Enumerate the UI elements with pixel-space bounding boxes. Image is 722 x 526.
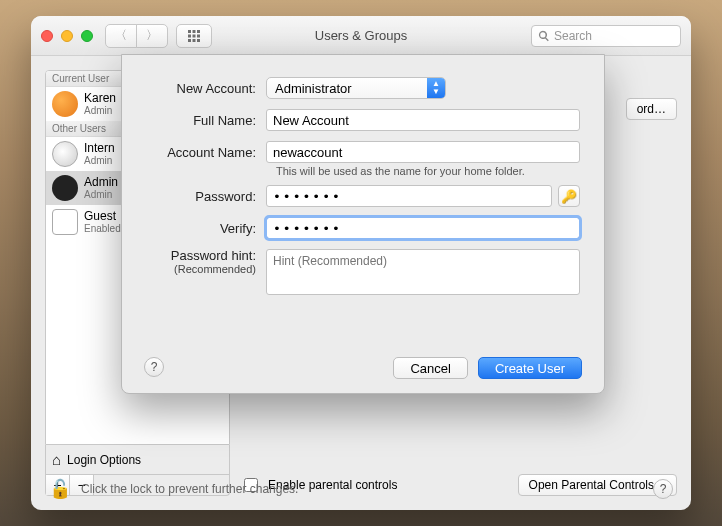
close-icon[interactable] [41, 30, 53, 42]
lock-text: Click the lock to prevent further change… [81, 482, 298, 496]
cancel-button[interactable]: Cancel [393, 357, 467, 379]
house-icon: ⌂ [52, 451, 61, 468]
user-role: Admin [84, 189, 118, 200]
svg-rect-5 [197, 34, 200, 37]
account-type-value: Administrator [267, 81, 427, 96]
help-button[interactable]: ? [653, 479, 673, 499]
login-options[interactable]: ⌂ Login Options [45, 445, 230, 475]
nav-buttons: 〈 〉 [105, 24, 168, 48]
password-hint-input[interactable] [266, 249, 580, 295]
label-account-name: Account Name: [146, 145, 266, 160]
avatar-icon [52, 91, 78, 117]
help-button[interactable]: ? [144, 357, 164, 377]
key-icon: 🔑 [561, 189, 577, 204]
svg-rect-1 [193, 30, 196, 33]
forward-button[interactable]: 〉 [136, 24, 168, 48]
back-button[interactable]: 〈 [105, 24, 137, 48]
user-name: Karen [84, 92, 116, 105]
preferences-window: 〈 〉 Users & Groups Search Current User K… [31, 16, 691, 510]
user-role: Admin [84, 105, 116, 116]
window-body: Current User Karen Admin Other Users Int… [31, 56, 691, 510]
change-password-button[interactable]: ord… [626, 98, 677, 120]
svg-rect-6 [188, 39, 191, 42]
password-input[interactable] [266, 185, 552, 207]
user-name: Intern [84, 142, 115, 155]
account-type-select[interactable]: Administrator ▲▼ [266, 77, 446, 99]
password-assistant-button[interactable]: 🔑 [558, 185, 580, 207]
user-name: Admin [84, 176, 118, 189]
traffic-lights [41, 30, 93, 42]
svg-rect-2 [197, 30, 200, 33]
search-field[interactable]: Search [531, 25, 681, 47]
grid-icon [187, 29, 201, 43]
lock-icon[interactable]: 🔓 [49, 478, 71, 500]
zoom-icon[interactable] [81, 30, 93, 42]
search-placeholder: Search [554, 29, 592, 43]
label-password-hint: Password hint: (Recommended) [146, 249, 266, 275]
search-icon [538, 30, 550, 42]
minimize-icon[interactable] [61, 30, 73, 42]
login-options-label: Login Options [67, 453, 141, 467]
label-new-account: New Account: [146, 81, 266, 96]
sheet-buttons: Cancel Create User [393, 357, 582, 379]
svg-rect-0 [188, 30, 191, 33]
label-password: Password: [146, 189, 266, 204]
titlebar: 〈 〉 Users & Groups Search [31, 16, 691, 56]
avatar-icon [52, 209, 78, 235]
svg-rect-4 [193, 34, 196, 37]
svg-rect-3 [188, 34, 191, 37]
account-name-hint: This will be used as the name for your h… [276, 165, 580, 177]
create-user-button[interactable]: Create User [478, 357, 582, 379]
lock-row: 🔓 Click the lock to prevent further chan… [49, 478, 673, 500]
user-role: Admin [84, 155, 115, 166]
account-name-input[interactable] [266, 141, 580, 163]
label-verify: Verify: [146, 221, 266, 236]
user-role: Enabled [84, 223, 121, 234]
grid-button[interactable] [176, 24, 212, 48]
label-full-name: Full Name: [146, 113, 266, 128]
new-account-sheet: New Account: Administrator ▲▼ Full Name:… [121, 54, 605, 394]
svg-rect-7 [193, 39, 196, 42]
user-name: Guest [84, 210, 121, 223]
verify-input[interactable] [266, 217, 580, 239]
full-name-input[interactable] [266, 109, 580, 131]
avatar-icon [52, 141, 78, 167]
avatar-icon [52, 175, 78, 201]
svg-rect-8 [197, 39, 200, 42]
chevron-updown-icon: ▲▼ [427, 78, 445, 98]
